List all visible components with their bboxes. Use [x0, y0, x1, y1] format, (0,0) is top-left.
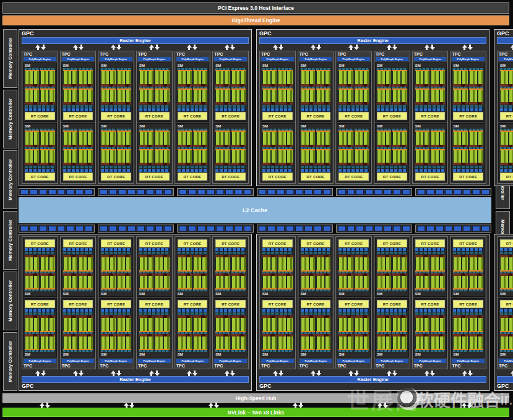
cuda-cores	[117, 132, 131, 145]
down-arrow-icon	[155, 371, 160, 376]
cuda-cores	[500, 336, 513, 349]
memory-partition-square	[30, 226, 38, 231]
cuda-cores	[338, 71, 353, 84]
sm-label: SM	[262, 63, 293, 68]
memory-partition-square	[295, 226, 303, 231]
core-column	[231, 87, 246, 105]
polymorph-engine: PolyMorph Engine	[499, 57, 513, 61]
gpc-row-bottom: RT CORESMRT CORESMPolyMorph EngineTPCRT …	[19, 234, 491, 391]
polymorph-engine-label: PolyMorph Engine	[304, 359, 327, 362]
sm-core-group	[63, 315, 94, 334]
cuda-cores	[392, 276, 407, 289]
raster-tpc-arrow-row	[20, 370, 250, 376]
polymorph-engine: PolyMorph Engine	[261, 359, 294, 363]
sm-core-group	[139, 273, 170, 292]
memory-controller: Memory Controller	[3, 150, 17, 209]
cuda-cores	[469, 71, 483, 84]
rt-core: RT CORE	[377, 112, 407, 120]
sm-core-group	[452, 129, 484, 147]
l2-cache-label: L2 Cache	[243, 207, 267, 213]
polymorph-engine-label: PolyMorph Engine	[181, 359, 204, 362]
cuda-cores	[301, 150, 315, 163]
l1-cache-bar	[453, 309, 483, 312]
cuda-cores	[278, 150, 292, 163]
memory-partition-square	[347, 226, 355, 231]
texture-unit-bar	[377, 166, 407, 168]
core-column	[79, 273, 93, 292]
up-arrow-icon	[35, 45, 40, 50]
rt-core: RT CORE	[262, 173, 293, 181]
core-column	[415, 147, 429, 166]
core-column	[215, 68, 230, 87]
core-column	[139, 147, 153, 166]
cuda-cores	[178, 150, 192, 163]
memory-partition-square	[188, 189, 196, 195]
sm-core-group	[177, 315, 209, 334]
tpc-label: TPC	[337, 363, 371, 369]
memory-partition-square	[267, 189, 275, 195]
polymorph-engine-label: PolyMorph Engine	[504, 58, 513, 60]
up-arrow-icon	[348, 371, 353, 376]
memory-partition-square	[100, 226, 108, 231]
memory-partition-square	[216, 189, 224, 195]
cuda-cores	[392, 90, 407, 103]
core-column	[415, 273, 429, 292]
core-column	[139, 87, 153, 105]
core-column	[431, 147, 445, 166]
tpc-label: TPC	[99, 51, 133, 57]
core-column	[193, 273, 207, 292]
rt-core: RT CORE	[377, 173, 407, 181]
core-column	[79, 68, 93, 87]
gpc-block: RT CORESMRT CORESMPolyMorph EngineTPCRT …	[19, 234, 252, 391]
polymorph-engine: PolyMorph Engine	[337, 359, 370, 363]
texture-unit-bar	[101, 312, 131, 315]
tpc-row: TPCPolyMorph EngineSMRT CORESMRT CORETPC…	[20, 50, 250, 185]
memory-partition-square	[374, 226, 382, 231]
sm-core-group	[215, 147, 246, 166]
l1-cache-bar	[215, 108, 246, 111]
core-column	[415, 334, 429, 353]
core-column	[117, 334, 131, 353]
rt-core: RT CORE	[338, 173, 369, 181]
watermark-logo-icon	[397, 388, 420, 410]
memory-partition-square	[39, 226, 47, 231]
polymorph-engine: PolyMorph Engine	[176, 359, 209, 363]
core-column	[231, 255, 246, 273]
cuda-cores	[215, 132, 230, 145]
core-column	[155, 334, 169, 353]
sm-block: SMRT CORE	[23, 62, 57, 122]
cuda-cores	[453, 318, 467, 331]
rt-core: RT CORE	[178, 173, 208, 181]
tpc-label: TPC	[498, 51, 513, 57]
sm-block: SMRT CORE	[413, 123, 447, 182]
core-column	[262, 147, 277, 166]
tpc-block: TPCPolyMorph EngineSMRT CORESMRT CORE	[298, 51, 334, 184]
down-arrow-icon	[392, 45, 397, 50]
memory-partition-square	[146, 226, 154, 231]
sm-core-group	[215, 315, 246, 334]
register-bar	[377, 102, 391, 105]
core-column	[338, 334, 353, 353]
sm-core-group	[300, 255, 332, 273]
cuda-cores	[25, 150, 39, 163]
core-column	[178, 147, 192, 166]
cuda-cores	[377, 318, 391, 331]
cuda-cores	[431, 90, 445, 103]
l1-cache-bar	[338, 248, 369, 251]
core-column	[79, 129, 93, 147]
cuda-cores	[392, 318, 407, 331]
sm-block: SMRT CORE	[176, 62, 210, 122]
polymorph-engine: PolyMorph Engine	[100, 57, 132, 61]
cuda-cores	[453, 257, 467, 270]
cuda-cores	[79, 132, 93, 145]
up-arrow-icon	[387, 45, 392, 50]
texture-unit-bar	[215, 252, 246, 254]
core-column	[500, 68, 513, 87]
cuda-cores	[316, 318, 330, 331]
cuda-cores	[117, 257, 131, 270]
sm-core-group	[100, 87, 132, 105]
memory-partition-square	[481, 189, 489, 195]
cuda-cores	[262, 90, 277, 103]
polymorph-engine-label: PolyMorph Engine	[343, 58, 365, 60]
core-column	[63, 68, 77, 87]
